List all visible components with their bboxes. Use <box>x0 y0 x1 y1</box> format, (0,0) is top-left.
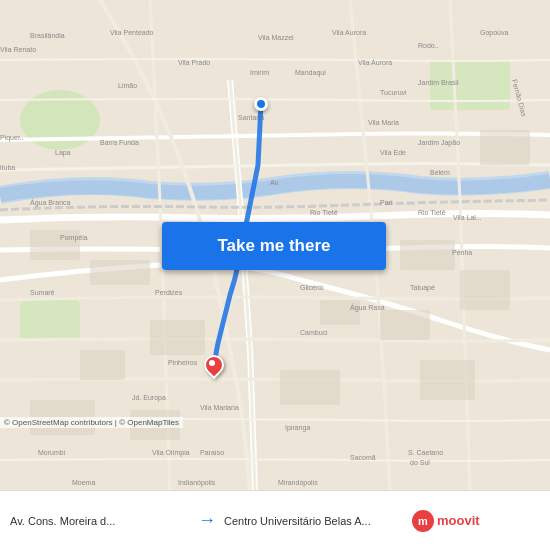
svg-rect-3 <box>20 300 80 340</box>
svg-text:Pompéia: Pompéia <box>60 234 88 242</box>
svg-text:Tucuruvi: Tucuruvi <box>380 89 407 96</box>
svg-text:Piquer..: Piquer.. <box>0 134 24 142</box>
svg-text:Vila Aurora: Vila Aurora <box>332 29 366 36</box>
from-location: Av. Cons. Moreira d... <box>10 515 190 527</box>
svg-text:Vila Mariana: Vila Mariana <box>200 404 239 411</box>
to-location: Centro Universitário Belas A... <box>224 515 404 527</box>
svg-text:Sacomã: Sacomã <box>350 454 376 461</box>
arrow-icon: → <box>198 510 216 531</box>
svg-text:Lapa: Lapa <box>55 149 71 157</box>
svg-text:Rodo..: Rodo.. <box>418 42 439 49</box>
svg-rect-14 <box>280 370 340 405</box>
svg-text:Vila Penteado: Vila Penteado <box>110 29 154 36</box>
moovit-logo: m moovit <box>412 510 480 532</box>
svg-text:Pinheiros: Pinheiros <box>168 359 198 366</box>
svg-rect-9 <box>460 270 510 310</box>
svg-text:do Sul: do Sul <box>410 459 430 466</box>
map-attribution: © OpenStreetMap contributors | © OpenMap… <box>0 417 183 428</box>
svg-text:ituba: ituba <box>0 164 15 171</box>
svg-text:Vila Aurora: Vila Aurora <box>358 59 392 66</box>
svg-text:Moema: Moema <box>72 479 95 486</box>
moovit-m-icon: m <box>412 510 434 532</box>
svg-rect-13 <box>80 350 125 380</box>
svg-text:Mirandópolis: Mirandópolis <box>278 479 318 487</box>
svg-text:Vila Lal...: Vila Lal... <box>453 214 482 221</box>
svg-text:Vila Renato: Vila Renato <box>0 46 36 53</box>
svg-rect-15 <box>420 360 475 400</box>
svg-text:Vila Olímpia: Vila Olímpia <box>152 449 190 457</box>
svg-text:Jardim Brasil: Jardim Brasil <box>418 79 459 86</box>
svg-text:Rio Tietê: Rio Tietê <box>418 209 446 216</box>
svg-text:Paraíso: Paraíso <box>200 449 224 456</box>
svg-text:Água Rasa: Água Rasa <box>350 303 385 312</box>
svg-text:Jd. Europa: Jd. Europa <box>132 394 166 402</box>
svg-text:Barra Funda: Barra Funda <box>100 139 139 146</box>
svg-text:Tatuapé: Tatuapé <box>410 284 435 292</box>
svg-text:Glicério: Glicério <box>300 284 324 291</box>
svg-rect-8 <box>400 240 455 270</box>
take-me-there-button[interactable]: Take me there <box>162 222 386 270</box>
svg-text:Mandaqui: Mandaqui <box>295 69 326 77</box>
svg-text:Ipiranga: Ipiranga <box>285 424 310 432</box>
svg-text:Vila Mazzei: Vila Mazzei <box>258 34 294 41</box>
origin-pin <box>254 97 268 111</box>
svg-text:Jardim Japão: Jardim Japão <box>418 139 460 147</box>
svg-rect-16 <box>480 130 530 165</box>
footer-bar: Av. Cons. Moreira d... → Centro Universi… <box>0 490 550 550</box>
svg-text:Av.: Av. <box>270 179 280 186</box>
destination-pin <box>204 355 224 383</box>
svg-text:Vila Prado: Vila Prado <box>178 59 210 66</box>
map-container: Lapa Barra Funda Pompéia Sumaré Perdizes… <box>0 0 550 490</box>
svg-text:Sumaré: Sumaré <box>30 289 55 296</box>
svg-rect-6 <box>90 260 150 285</box>
moovit-logo-text: moovit <box>437 513 480 528</box>
svg-text:Brasilândia: Brasilândia <box>30 32 65 39</box>
svg-text:Santana: Santana <box>238 114 264 121</box>
svg-text:S. Caetano: S. Caetano <box>408 449 443 456</box>
svg-text:Morumbi: Morumbi <box>38 449 66 456</box>
svg-text:Gopoúva: Gopoúva <box>480 29 509 37</box>
svg-text:Indianópolis: Indianópolis <box>178 479 216 487</box>
svg-rect-12 <box>150 320 205 355</box>
svg-text:Pari: Pari <box>380 199 393 206</box>
svg-text:Penha: Penha <box>452 249 472 256</box>
svg-text:Limão: Limão <box>118 82 137 89</box>
svg-text:Perdizes: Perdizes <box>155 289 183 296</box>
svg-text:Imirim: Imirim <box>250 69 269 76</box>
svg-text:Belém: Belém <box>430 169 450 176</box>
svg-text:Água Branca: Água Branca <box>30 198 71 207</box>
svg-text:Rio Tietê: Rio Tietê <box>310 209 338 216</box>
svg-text:Cambuci: Cambuci <box>300 329 328 336</box>
svg-rect-11 <box>380 310 430 340</box>
svg-text:Vila Maria: Vila Maria <box>368 119 399 126</box>
svg-text:Vila Ede: Vila Ede <box>380 149 406 156</box>
